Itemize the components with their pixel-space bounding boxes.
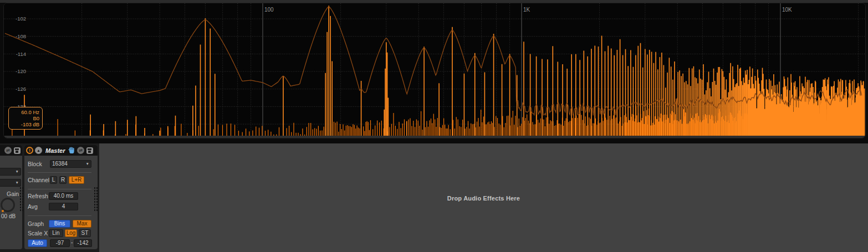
section-divider <box>28 172 91 173</box>
scale-log-button[interactable]: Log <box>65 229 77 237</box>
scale-lin-button[interactable]: Lin <box>49 229 63 237</box>
range-dash: - <box>71 238 73 246</box>
svg-text:-108: -108 <box>16 33 26 39</box>
svg-text:100: 100 <box>264 7 274 13</box>
device-title: Master <box>45 147 65 154</box>
svg-text:10K: 10K <box>782 7 792 13</box>
block-size-dropdown[interactable]: 16384 ▼ <box>50 160 91 168</box>
hot-swap-icon[interactable]: ⇄ <box>77 147 84 154</box>
gain-value: 00 dB <box>1 213 16 220</box>
range-max-field[interactable]: -142 <box>74 239 92 247</box>
avg-label: Avg <box>28 203 38 210</box>
refresh-value-field[interactable]: 40.0 ms <box>49 192 78 200</box>
chevron-down-icon: ▼ <box>86 161 89 167</box>
channel-left-button[interactable]: L <box>50 176 57 184</box>
readout-level: -103 dB <box>11 121 39 127</box>
svg-text:-102: -102 <box>16 16 26 22</box>
device-chain-area: Drop Audio Effects Here ⇄ ▼ ▼ Gain 00 dB… <box>0 143 868 252</box>
save-preset-icon[interactable] <box>86 147 93 154</box>
channel-label: Channel <box>28 176 49 184</box>
device-activator-icon[interactable]: ⏽ <box>26 147 33 154</box>
knob-indicator-dot <box>2 210 4 212</box>
device-drag-handle[interactable] <box>94 187 99 212</box>
block-size-value: 16384 <box>52 161 68 167</box>
auto-range-button[interactable]: Auto <box>28 239 47 247</box>
scale-x-label: Scale X <box>28 229 48 237</box>
channel-lr-button[interactable]: L+R <box>69 176 84 184</box>
fold-device-icon[interactable]: ▲ <box>35 147 42 154</box>
device-titlebar[interactable]: ⏽ ▲ Master ⇄ <box>24 145 98 156</box>
channel-right-button[interactable]: R <box>59 176 67 184</box>
cursor-readout-tooltip: 60.0 Hz B0 -103 dB <box>8 107 43 130</box>
left-device-partial: ⇄ ▼ ▼ Gain 00 dB <box>0 145 22 249</box>
chevron-down-icon: ▼ <box>16 168 19 175</box>
graph-bins-button[interactable]: Bins <box>49 220 70 228</box>
section-divider <box>28 215 91 216</box>
hot-swap-icon[interactable]: ⇄ <box>4 147 12 154</box>
save-preset-icon[interactable] <box>13 147 21 154</box>
svg-text:-114: -114 <box>16 51 26 57</box>
range-min-field[interactable]: -97 <box>50 239 70 247</box>
audio-effects-drop-zone[interactable]: Drop Audio Effects Here <box>99 143 868 252</box>
svg-text:1K: 1K <box>523 7 530 13</box>
gain-knob[interactable] <box>1 198 15 212</box>
chevron-down-icon: ▼ <box>16 179 19 186</box>
left-device-dropdown-1[interactable]: ▼ <box>0 168 21 176</box>
device-drag-handle[interactable] <box>20 187 24 212</box>
avg-value-field[interactable]: 4 <box>49 203 78 210</box>
left-device-titlebar[interactable]: ⇄ <box>0 145 22 156</box>
graph-label: Graph <box>28 220 44 228</box>
svg-text:-126: -126 <box>16 86 26 92</box>
scale-st-button[interactable]: ST <box>79 229 91 237</box>
hand-drag-icon[interactable] <box>68 147 75 154</box>
left-device-dropdown-2[interactable]: ▼ <box>0 179 21 187</box>
spectrum-device: ⏽ ▲ Master ⇄ Block 163 <box>24 145 98 249</box>
spectrum-display-panel[interactable]: -102-108-114-120-126-132-1381001K10K 60.… <box>3 3 866 138</box>
gain-label: Gain <box>7 190 19 198</box>
spectrum-plot[interactable]: -102-108-114-120-126-132-1381001K10K <box>4 3 865 138</box>
svg-text:-120: -120 <box>16 68 26 74</box>
block-label: Block <box>28 160 42 168</box>
drop-zone-hint: Drop Audio Effects Here <box>99 195 868 202</box>
refresh-label: Refresh <box>28 192 48 200</box>
readout-frequency: 60.0 Hz <box>11 109 39 115</box>
readout-note: B0 <box>11 115 39 121</box>
graph-max-button[interactable]: Max <box>73 220 91 228</box>
section-divider <box>28 189 91 189</box>
